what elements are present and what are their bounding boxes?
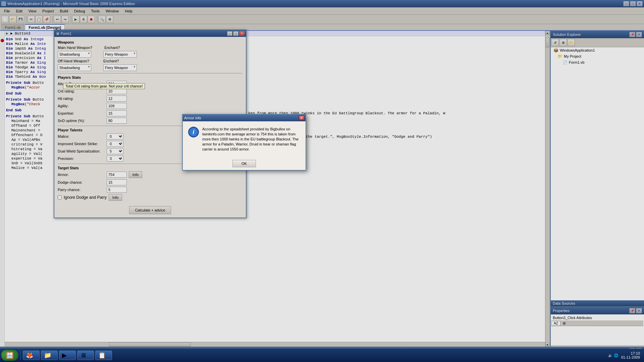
scroll-down-btn[interactable]: ▼ bbox=[545, 343, 549, 347]
imp-ss-wrapper[interactable]: 012 bbox=[107, 141, 123, 147]
agility-input[interactable] bbox=[107, 103, 127, 109]
expertise-input[interactable] bbox=[107, 110, 127, 116]
props-close-btn[interactable]: ✕ bbox=[636, 308, 642, 313]
taskbar-explorer[interactable]: 📁 bbox=[41, 351, 58, 360]
dodge-input[interactable] bbox=[107, 179, 127, 185]
snd-label: SnD uptime (%): bbox=[58, 119, 105, 123]
taskbar-media[interactable]: ▶ bbox=[59, 351, 76, 360]
menu-window[interactable]: Window bbox=[103, 8, 121, 14]
taskbar-date: 01-11-2009 bbox=[621, 355, 640, 359]
props-object-name: Button3_Click Attributes bbox=[551, 315, 643, 321]
dodge-info-button[interactable]: Info bbox=[109, 194, 122, 201]
off-weapon-wrapper[interactable]: Shadowfang bbox=[58, 64, 91, 71]
parry-input[interactable] bbox=[107, 187, 127, 193]
form1-title-bar[interactable]: 🖥 Form1 – □ ✕ bbox=[54, 30, 246, 37]
form1-maximize[interactable]: □ bbox=[233, 31, 238, 36]
armor-dialog-ok-button[interactable]: OK bbox=[232, 160, 256, 167]
props-tabs: AZ ⊞ bbox=[551, 321, 643, 326]
vertical-scrollbar[interactable]: ▲ ▼ bbox=[545, 31, 550, 347]
dw-select[interactable]: 012345 bbox=[107, 148, 123, 154]
main-enchant-wrapper[interactable]: Fiery Weapon bbox=[103, 51, 137, 58]
form1-minimize[interactable]: – bbox=[227, 31, 232, 36]
menu-edit[interactable]: Edit bbox=[13, 8, 25, 14]
se-refresh-btn[interactable]: ↺ bbox=[551, 39, 559, 46]
toolbar-misc2[interactable]: ⚙ bbox=[106, 16, 113, 23]
se-item-solution[interactable]: 📦 WindowsApplication1 bbox=[551, 47, 644, 53]
off-hand-label: Off Hand Weapon? bbox=[58, 59, 91, 63]
main-hand-select[interactable]: Shadowfang bbox=[58, 51, 91, 58]
form1-close[interactable]: ✕ bbox=[239, 31, 245, 36]
agility-label: Agility: bbox=[58, 104, 105, 108]
menu-debug[interactable]: Debug bbox=[71, 8, 88, 14]
toolbar-cut[interactable]: ✂ bbox=[28, 16, 35, 23]
main-weapon-wrapper[interactable]: Shadowfang bbox=[58, 51, 91, 58]
scroll-up-btn[interactable]: ▲ bbox=[545, 31, 549, 35]
hit-input[interactable] bbox=[107, 96, 127, 102]
calculate-button[interactable]: Calculate + advice bbox=[129, 206, 171, 214]
off-enchant-select[interactable]: Fiery Weapon bbox=[103, 64, 137, 71]
dw-wrapper[interactable]: 012345 bbox=[107, 148, 123, 154]
se-properties-btn[interactable]: ⚙ bbox=[559, 39, 567, 46]
project-icon: 📁 bbox=[557, 54, 562, 59]
props-tab-alpha[interactable]: AZ bbox=[551, 321, 560, 326]
close-button[interactable]: ✕ bbox=[637, 1, 643, 6]
menu-file[interactable]: File bbox=[1, 8, 13, 14]
ignore-dodge-checkbox[interactable] bbox=[58, 195, 62, 199]
toolbar-new[interactable]: 📄 bbox=[1, 16, 9, 23]
se-show-files-btn[interactable]: 📁 bbox=[568, 39, 575, 46]
armor-info-dialog: Armor info ✕ i According to the speadshe… bbox=[182, 114, 306, 171]
armor-info-button[interactable]: Info bbox=[129, 171, 142, 178]
precision-wrapper[interactable]: 0123 bbox=[107, 156, 123, 162]
toolbar-redo[interactable]: ↪ bbox=[61, 16, 69, 23]
start-button[interactable]: 🪟 bbox=[1, 350, 18, 361]
se-close-btn[interactable]: ✕ bbox=[636, 32, 642, 37]
main-enchant-select[interactable]: Fiery Weapon bbox=[103, 51, 137, 58]
toolbar-run[interactable]: ▶ bbox=[72, 16, 79, 23]
props-tab-cat[interactable]: ⊞ bbox=[560, 321, 568, 326]
minimize-button[interactable]: – bbox=[623, 1, 629, 6]
weapons-label: Weapons bbox=[58, 40, 243, 44]
taskbar-vb[interactable]: 🖥 bbox=[77, 351, 94, 360]
snd-input[interactable] bbox=[107, 118, 127, 124]
se-pin-btn[interactable]: 📌 bbox=[629, 32, 635, 37]
armor-input[interactable] bbox=[107, 172, 127, 178]
off-enchant-wrapper[interactable]: Fiery Weapon bbox=[103, 64, 137, 71]
armor-dialog-title-bar[interactable]: Armor info ✕ bbox=[183, 115, 306, 121]
menu-help[interactable]: Help bbox=[122, 8, 135, 14]
off-weapon-select-row: Shadowfang Fiery Weapon bbox=[58, 64, 243, 71]
maximize-button[interactable]: □ bbox=[630, 1, 636, 6]
props-pin-btn[interactable]: 📌 bbox=[629, 308, 635, 313]
expertise-label: Expertise: bbox=[58, 111, 105, 115]
se-item-form1[interactable]: 📄 Form1.vb bbox=[551, 59, 644, 65]
off-hand-row: Off Hand Weapon? Enchant? bbox=[58, 59, 243, 63]
form1-title-text: Form1 bbox=[61, 32, 227, 36]
taskbar-misc[interactable]: 📋 bbox=[95, 351, 112, 360]
menu-build[interactable]: Build bbox=[57, 8, 71, 14]
imp-ss-select[interactable]: 012 bbox=[107, 141, 123, 147]
dodge-row: Dodge chance: bbox=[58, 179, 243, 185]
toolbar-save[interactable]: 💾 bbox=[17, 16, 24, 23]
tab-form1-vb[interactable]: Form1.vb bbox=[1, 24, 24, 30]
toolbar-misc1[interactable]: 🔍 bbox=[98, 16, 106, 23]
precision-select[interactable]: 0123 bbox=[107, 156, 123, 162]
malice-select[interactable]: 012345 bbox=[107, 133, 123, 139]
off-hand-select[interactable]: Shadowfang bbox=[58, 64, 91, 71]
scroll-thumb[interactable] bbox=[546, 38, 549, 48]
menu-view[interactable]: View bbox=[26, 8, 39, 14]
toolbar-stop[interactable]: ⏹ bbox=[88, 16, 95, 23]
horizontal-scrollbar[interactable] bbox=[0, 342, 545, 347]
h-scroll-thumb[interactable] bbox=[109, 343, 191, 347]
armor-row: Armor: Info bbox=[58, 171, 243, 178]
toolbar-undo[interactable]: ↩ bbox=[54, 16, 61, 23]
armor-dialog-close-button[interactable]: ✕ bbox=[299, 116, 304, 120]
se-item-myproject[interactable]: 📁 My Project bbox=[551, 53, 644, 59]
menu-project[interactable]: Project bbox=[40, 8, 56, 14]
toolbar-copy[interactable]: 📋 bbox=[35, 16, 43, 23]
menu-tools[interactable]: Tools bbox=[89, 8, 103, 14]
toolbar-pause[interactable]: ⏸ bbox=[80, 16, 87, 23]
taskbar-firefox[interactable]: 🦊 bbox=[23, 351, 40, 360]
toolbar-paste[interactable]: 📌 bbox=[43, 16, 50, 23]
se-solution-label: WindowsApplication1 bbox=[560, 48, 595, 52]
toolbar-open[interactable]: 📂 bbox=[9, 16, 16, 23]
malice-wrapper[interactable]: 012345 bbox=[107, 133, 123, 139]
